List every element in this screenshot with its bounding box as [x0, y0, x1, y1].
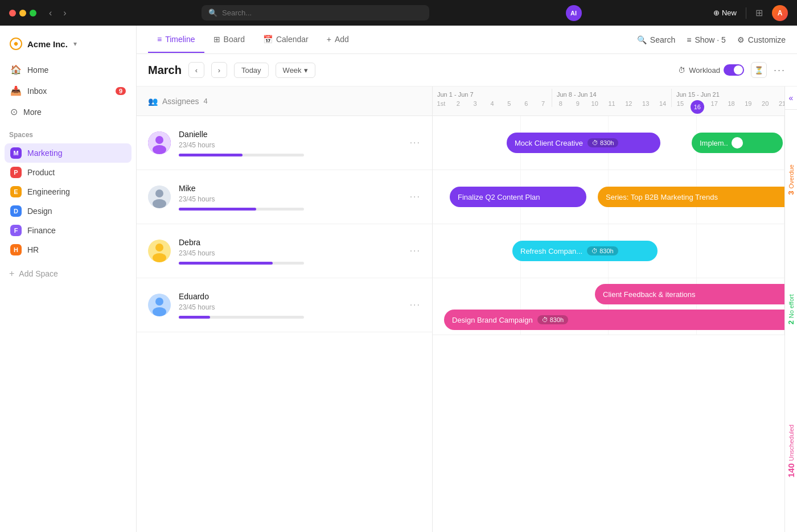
task-hours: ⏱ 830h: [587, 246, 618, 255]
task-design-brand[interactable]: Design Brand Campaign ⏱ 830h: [444, 310, 784, 330]
tab-add[interactable]: + Add: [318, 27, 358, 53]
toggle-on[interactable]: [724, 64, 744, 76]
tab-calendar[interactable]: 📅 Calendar: [254, 27, 318, 53]
today-btn[interactable]: Today: [234, 63, 269, 78]
close-dot[interactable]: [9, 10, 16, 17]
today-marker: 16: [691, 100, 704, 114]
collapse-btn[interactable]: «: [785, 86, 797, 110]
home-icon: 🏠: [10, 64, 22, 75]
row-mike: Mike 23/45 hours ···: [137, 170, 432, 224]
tab-board[interactable]: ⊞ Board: [204, 27, 254, 53]
brand-name: Acme Inc.: [27, 39, 68, 49]
row-debra: Debra 23/45 hours ···: [137, 224, 432, 278]
mike-progress-fill: [179, 208, 256, 211]
sidebar-item-home[interactable]: 🏠 Home: [5, 60, 132, 80]
sidebar-item-more[interactable]: ⊙ More: [5, 102, 132, 122]
maximize-dot[interactable]: [30, 10, 36, 17]
row-menu-eduardo[interactable]: ···: [410, 300, 421, 310]
grid-icon[interactable]: ⊞: [755, 7, 763, 18]
nav-arrows: ‹ ›: [46, 7, 70, 19]
search-action[interactable]: 🔍 Search: [637, 35, 675, 44]
danielle-info: Danielle 23/45 hours: [179, 130, 402, 156]
finance-label: Finance: [27, 226, 56, 235]
inbox-icon: 📥: [10, 85, 22, 96]
sidebar-item-product[interactable]: P Product: [5, 163, 132, 182]
add-space-label: Add Space: [19, 269, 58, 278]
task-refresh-company[interactable]: Refresh Compan... ⏱ 830h: [512, 241, 658, 261]
sidebar-item-inbox[interactable]: 📥 Inbox 9: [5, 81, 132, 101]
sidebar-item-engineering[interactable]: E Engineering: [5, 182, 132, 201]
svg-point-9: [155, 244, 163, 251]
sidebar: Acme Inc. ▾ 🏠 Home 📥 Inbox 9 ⊙ More Spac…: [0, 26, 137, 532]
global-search-bar[interactable]: 🔍: [202, 5, 429, 20]
new-button[interactable]: ⊕ New: [713, 9, 737, 17]
user-avatar[interactable]: A: [772, 5, 788, 21]
task-hours: ⏱ 830h: [588, 138, 619, 147]
svg-point-13: [153, 307, 166, 316]
product-label: Product: [27, 168, 55, 177]
tabs-right-actions: 🔍 Search ≡ Show · 5 ⚙ Customize: [637, 35, 786, 44]
task-label: Implem..: [700, 139, 728, 147]
noeffort-count: 2: [787, 320, 795, 324]
task-label: Client Feedback & iterations: [603, 290, 696, 299]
sidebar-item-design[interactable]: D Design: [5, 201, 132, 221]
product-dot: P: [10, 167, 22, 178]
add-icon: +: [327, 35, 331, 44]
workload-toggle[interactable]: ⏱ Workload: [678, 64, 744, 76]
svg-point-1: [14, 42, 18, 46]
row-menu-debra[interactable]: ···: [410, 246, 421, 256]
task-mock-client[interactable]: Mock Client Creative ⏱ 830h: [507, 133, 660, 153]
timeline-controls: March ‹ › Today Week ▾ ⏱ Workload ⏳ ···: [137, 54, 797, 86]
danielle-hours: 23/45 hours: [179, 141, 402, 149]
brand[interactable]: Acme Inc. ▾: [0, 32, 136, 60]
show-label: Show · 5: [695, 35, 725, 44]
add-space-button[interactable]: + Add Space: [0, 264, 136, 283]
task-client-feedback[interactable]: Client Feedback & iterations: [595, 284, 784, 304]
gantt-chart-rows: Mock Client Creative ⏱ 830h Implem.. ⚠: [433, 116, 784, 335]
back-arrow[interactable]: ‹: [46, 7, 55, 19]
row-menu-mike[interactable]: ···: [410, 192, 421, 202]
engineering-dot: E: [10, 186, 22, 197]
prev-btn[interactable]: ‹: [188, 62, 204, 78]
sidebar-nav: 🏠 Home 📥 Inbox 9 ⊙ More: [0, 60, 136, 122]
task-label: Series: Top B2B Marketing Trends: [606, 193, 718, 201]
sidebar-item-marketing[interactable]: M Marketing: [5, 143, 132, 163]
search-input[interactable]: [222, 9, 422, 17]
add-label: Add: [335, 35, 349, 44]
customize-action[interactable]: ⚙ Customize: [737, 35, 786, 44]
customize-icon: ⚙: [737, 35, 745, 44]
mike-info: Mike 23/45 hours: [179, 184, 402, 211]
unscheduled-label: 140 Unscheduled: [786, 424, 796, 477]
minimize-dot[interactable]: [19, 10, 26, 17]
divider: [746, 7, 746, 19]
sidebar-item-hr[interactable]: H HR: [5, 240, 132, 259]
task-series-b2b[interactable]: Series: Top B2B Marketing Trends: [598, 187, 784, 207]
ai-badge[interactable]: AI: [566, 5, 582, 21]
svg-point-7: [153, 199, 166, 208]
show-action[interactable]: ≡ Show · 5: [687, 35, 726, 44]
assignees-label: Assignees: [162, 97, 199, 106]
forward-arrow[interactable]: ›: [60, 7, 69, 19]
tab-timeline[interactable]: ≡ Timeline: [148, 27, 204, 53]
next-btn[interactable]: ›: [211, 62, 227, 78]
sidebar-item-finance[interactable]: F Finance: [5, 221, 132, 240]
hr-dot: H: [10, 244, 22, 255]
danielle-avatar: [148, 131, 171, 154]
eduardo-info: Eduardo 23/45 hours: [179, 292, 402, 319]
workload-label: Workload: [689, 66, 720, 75]
svg-point-6: [155, 189, 163, 197]
row-eduardo: Eduardo 23/45 hours ···: [137, 278, 432, 332]
more-options-btn[interactable]: ···: [774, 64, 786, 76]
task-implem[interactable]: Implem.. ⚠: [692, 133, 783, 153]
more-icon: ⊙: [10, 106, 18, 117]
task-finalize-q2[interactable]: Finalize Q2 Content Plan: [450, 187, 586, 207]
filter-btn[interactable]: ⏳: [751, 62, 767, 78]
svg-point-3: [155, 136, 163, 144]
more-label: More: [23, 108, 42, 117]
row-menu-danielle[interactable]: ···: [410, 138, 421, 148]
date-group-3: Jun 15 - Jun 21 15 16 17 18 19 20 21: [672, 89, 784, 114]
workload-icon: ⏱: [678, 66, 685, 75]
week-btn[interactable]: Week ▾: [276, 63, 315, 78]
timeline-label: Timeline: [165, 35, 195, 44]
debra-info: Debra 23/45 hours: [179, 238, 402, 265]
